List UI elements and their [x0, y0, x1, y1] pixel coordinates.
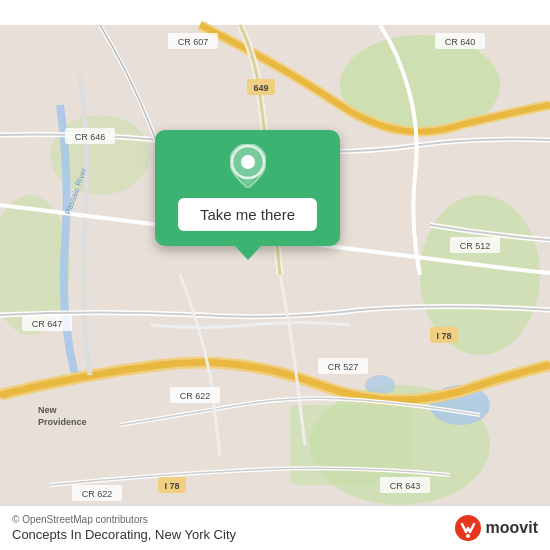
- svg-text:CR 607: CR 607: [178, 37, 209, 47]
- svg-point-39: [466, 534, 470, 538]
- svg-text:CR 646: CR 646: [75, 132, 106, 142]
- svg-text:CR 643: CR 643: [390, 481, 421, 491]
- svg-text:CR 527: CR 527: [328, 362, 359, 372]
- svg-text:I 78: I 78: [164, 481, 179, 491]
- svg-text:649: 649: [253, 83, 268, 93]
- location-label: Concepts In Decorating, New York City: [12, 527, 236, 542]
- map-background: CR 607 CR 640 649 CR 646 CR 512 CR 647 I…: [0, 0, 550, 550]
- moovit-brand-text: moovit: [486, 519, 538, 537]
- svg-text:CR 647: CR 647: [32, 319, 63, 329]
- svg-rect-6: [290, 405, 410, 485]
- map-pin-icon: [230, 144, 266, 188]
- svg-point-37: [241, 155, 255, 169]
- svg-text:I 78: I 78: [436, 331, 451, 341]
- moovit-logo: moovit: [454, 514, 538, 542]
- moovit-brand-icon: [454, 514, 482, 542]
- attribution-text: © OpenStreetMap contributors: [12, 514, 236, 525]
- bottom-bar: © OpenStreetMap contributors Concepts In…: [0, 505, 550, 550]
- svg-text:CR 512: CR 512: [460, 241, 491, 251]
- svg-text:Providence: Providence: [38, 417, 87, 427]
- svg-text:New: New: [38, 405, 58, 415]
- popup-card: Take me there: [155, 130, 340, 246]
- take-me-there-button[interactable]: Take me there: [178, 198, 317, 231]
- svg-text:CR 622: CR 622: [180, 391, 211, 401]
- svg-text:CR 622: CR 622: [82, 489, 113, 499]
- svg-text:CR 640: CR 640: [445, 37, 476, 47]
- bottom-left-info: © OpenStreetMap contributors Concepts In…: [12, 514, 236, 542]
- map-container: CR 607 CR 640 649 CR 646 CR 512 CR 647 I…: [0, 0, 550, 550]
